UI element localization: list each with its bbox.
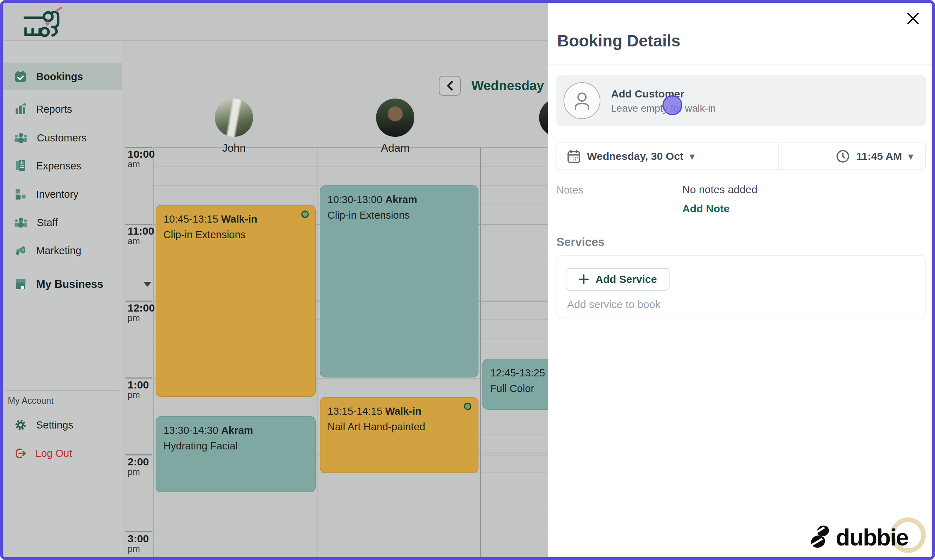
app-window: Bookings Reports Customers (0, 0, 935, 560)
time-select[interactable]: 11:45 AM ▾ (779, 143, 925, 169)
date-select[interactable]: Wednesday, 30 Oct ▾ (557, 143, 779, 169)
services-card: Add Service Add service to book (557, 255, 926, 318)
event-customer: Walk-in (385, 405, 421, 417)
gear-icon (14, 418, 27, 431)
sidebar-item-settings[interactable]: Settings (3, 411, 122, 438)
sidebar-item-my-business[interactable]: My Business (3, 271, 122, 298)
close-icon[interactable] (905, 11, 921, 26)
chevron-down-icon: ▾ (690, 151, 694, 162)
add-note-link[interactable]: Add Note (682, 203, 729, 215)
service-placeholder-text: Add service to book (567, 298, 660, 311)
calendar-event[interactable]: 13:15-14:15 Walk-in Nail Art Hand-painte… (320, 397, 478, 473)
column-divider (480, 147, 481, 557)
services-heading: Services (557, 235, 605, 249)
sidebar-item-label: Marketing (36, 245, 81, 257)
megaphone-icon (14, 244, 27, 257)
person-icon (572, 90, 592, 111)
notes-label: Notes (557, 184, 583, 196)
time-label: 12:00pm (128, 303, 160, 323)
sidebar-item-label: Reports (36, 103, 72, 115)
event-service: Clip-in Extensions (163, 227, 308, 242)
calendar-event[interactable]: 10:30-13:00 Akram Clip-in Extensions (320, 185, 478, 377)
time-label: 2:00pm (128, 457, 160, 476)
date-time-row: Wednesday, 30 Oct ▾ 11:45 AM ▾ (557, 143, 926, 170)
sidebar-item-label: My Business (36, 278, 103, 291)
date-value: Wednesday, 30 Oct (587, 150, 683, 162)
sidebar-item-expenses[interactable]: $ Expenses (3, 152, 122, 179)
event-service: Clip-in Extensions (328, 207, 471, 223)
event-customer: Walk-in (221, 213, 257, 225)
event-service: Hydrating Facial (163, 438, 308, 454)
svg-text:$: $ (21, 160, 23, 163)
hour-tick (125, 300, 152, 302)
calendar-check-icon (14, 70, 27, 83)
staff-icon (14, 216, 28, 229)
hour-tick (125, 454, 152, 455)
sidebar-item-label: Settings (36, 419, 73, 431)
add-customer-card[interactable]: Add Customer Leave empty for walk-in (557, 75, 926, 126)
plus-icon (578, 274, 589, 285)
time-label: 1:00pm (128, 380, 160, 400)
chevron-down-icon (143, 282, 152, 287)
staff-name: Adam (381, 142, 410, 155)
customer-avatar-placeholder (564, 82, 600, 119)
event-status-dot (301, 211, 309, 218)
inventory-icon (14, 188, 27, 201)
calendar-icon (567, 149, 581, 163)
time-label: 10:00am (128, 149, 160, 169)
staff-column-header[interactable]: John (195, 98, 273, 155)
sidebar-item-bookings[interactable]: Bookings (3, 63, 122, 90)
sidebar-item-marketing[interactable]: Marketing (3, 237, 122, 264)
cursor-click-indicator (663, 95, 682, 115)
column-divider (318, 147, 318, 557)
sidebar-item-label: Bookings (36, 71, 83, 83)
chevron-left-icon (446, 80, 454, 91)
previous-day-button[interactable] (439, 76, 461, 96)
time-value: 11:45 AM (856, 150, 902, 162)
staff-column-header[interactable]: Adam (356, 98, 434, 155)
event-time: 10:45-13:15 (163, 213, 218, 225)
booking-details-panel: Booking Details Add Customer Leave empty… (548, 3, 932, 557)
event-time: 13:15-14:15 (328, 405, 383, 417)
customers-icon (14, 131, 28, 144)
event-status-dot (464, 403, 471, 410)
event-service: Nail Art Hand-painted (328, 419, 471, 435)
waj-logo (23, 7, 69, 37)
calendar-event[interactable]: 13:30-14:30 Akram Hydrating Facial (155, 416, 316, 492)
add-service-button[interactable]: Add Service (566, 268, 669, 291)
my-account-label: My Account (8, 395, 54, 406)
dubbie-watermark: dubbie (810, 524, 908, 551)
add-customer-title: Add Customer (611, 86, 716, 102)
time-label: 11:00am (128, 226, 160, 246)
time-label: 3:00pm (128, 534, 160, 553)
hour-tick (125, 147, 152, 148)
staff-name: John (222, 142, 246, 155)
sidebar-item-reports[interactable]: Reports (3, 96, 122, 123)
dubbie-wordmark: dubbie (836, 524, 908, 551)
panel-title: Booking Details (557, 31, 681, 50)
hour-tick (125, 531, 152, 532)
sidebar: Bookings Reports Customers (3, 41, 122, 557)
clock-icon (836, 149, 850, 163)
sidebar-item-logout[interactable]: Log Out (3, 440, 122, 467)
storefront-icon (14, 278, 27, 291)
panel-divider (548, 65, 932, 65)
expenses-icon: $ (14, 160, 27, 172)
event-time: 10:30-13:00 (328, 194, 383, 205)
sidebar-item-label: Staff (37, 217, 58, 229)
chevron-down-icon: ▾ (909, 151, 913, 162)
sidebar-item-customers[interactable]: Customers (3, 125, 122, 151)
event-customer: Akram (221, 425, 253, 436)
bar-chart-icon (14, 103, 27, 115)
sidebar-item-label: Customers (37, 132, 86, 144)
column-divider (154, 147, 154, 557)
hour-tick (125, 377, 152, 378)
sidebar-item-label: Log Out (35, 448, 72, 459)
sidebar-item-inventory[interactable]: Inventory (3, 181, 122, 208)
staff-avatar (215, 98, 253, 137)
calendar-event[interactable]: 10:45-13:15 Walk-in Clip-in Extensions (155, 205, 316, 397)
sidebar-item-label: Inventory (36, 189, 78, 200)
sidebar-item-staff[interactable]: Staff (3, 209, 122, 236)
sidebar-divider (6, 390, 119, 391)
add-service-label: Add Service (595, 273, 657, 285)
